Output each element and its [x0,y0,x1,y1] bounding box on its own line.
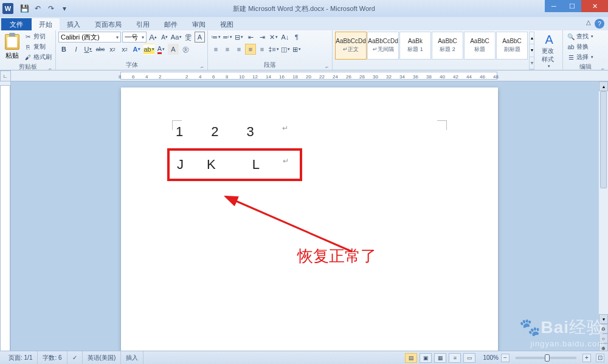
maximize-button[interactable]: ☐ [563,0,581,12]
save-icon[interactable]: 💾 [18,2,30,15]
styles-scroll-up-icon[interactable]: ▴ [530,32,534,44]
select-button[interactable]: ☰选择▾ [565,52,606,62]
style-item[interactable]: AaBbC副标题 [496,32,528,60]
group-paragraph: ≔ ≕ ⊟ ⇤ ⇥ ✕ A↓ ¶ ≡ ≡ ≡ ≡ ≡ ‡≡ ◫ ⊞ 段落 [208,30,333,70]
shading-button[interactable]: ◫ [280,44,291,55]
cut-button[interactable]: ✂剪切 [22,32,53,41]
phonetic-guide-button[interactable]: 雯 [183,32,193,43]
change-styles-button[interactable]: A 更改样式 ▾ [538,32,560,70]
align-right-button[interactable]: ≡ [233,44,244,55]
zoom-out-button[interactable]: − [501,354,510,362]
font-family-combo[interactable]: Calibri (西文) [58,32,121,43]
show-marks-button[interactable]: ¶ [291,32,302,43]
view-full-screen-button[interactable]: ▣ [420,353,432,363]
scroll-down-icon[interactable]: ▾ [599,314,608,324]
status-language[interactable]: 英语(美国) [83,351,122,364]
char-border-button[interactable]: A [195,32,205,43]
style-item[interactable]: AaBk标题 1 [399,32,431,60]
view-outline-button[interactable]: ≡ [449,353,461,363]
qat-customize-icon[interactable]: ▾ [58,2,71,15]
close-button[interactable]: ✕ [581,0,608,12]
status-word-count[interactable]: 字数: 6 [38,351,67,364]
bold-button[interactable]: B [58,44,69,55]
style-item[interactable]: AaBbCcDd↵无间隔 [367,32,399,60]
status-proofing-icon[interactable]: ✓ [67,351,83,364]
copy-icon: ⎘ [24,43,32,51]
line-spacing-button[interactable]: ‡≡ [268,44,279,55]
sort-button[interactable]: A↓ [280,32,291,43]
browse-object-icon[interactable]: ○ [599,334,608,343]
shrink-font-button[interactable]: A▾ [159,32,170,43]
tab-references[interactable]: 引用 [129,18,157,30]
page-scroll[interactable]: 1 2 3 ↵ J K L ↵ 恢 [11,81,608,353]
margin-marker-tr [437,120,447,130]
text-effects-button[interactable]: A [131,44,142,55]
align-center-button[interactable]: ≡ [222,44,233,55]
subscript-button[interactable]: x2 [107,44,118,55]
group-editing: 🔍查找▾ ab替换 ☰选择▾ 编辑 [563,30,608,70]
strikethrough-button[interactable]: abc [95,44,106,55]
enclose-char-button[interactable]: ㊛ [180,44,191,55]
underline-button[interactable]: U [83,44,94,55]
replace-button[interactable]: ab替换 [565,42,606,52]
zoom-slider[interactable] [516,357,576,359]
increase-indent-button[interactable]: ⇥ [257,32,268,43]
status-page[interactable]: 页面: 1/1 [4,351,38,364]
change-case-button[interactable]: Aa [171,32,182,43]
numbering-button[interactable]: ≕ [222,32,233,43]
style-item[interactable]: AaBbCcDd↵正文 [335,32,367,60]
minimize-button[interactable]: ─ [545,0,563,12]
scroll-thumb[interactable] [600,91,607,188]
window-controls: ─ ☐ ✕ [545,0,608,12]
tab-layout[interactable]: 页面布局 [88,18,129,30]
tab-review[interactable]: 审阅 [185,18,213,30]
scroll-up-icon[interactable]: ▴ [599,81,608,91]
view-web-layout-button[interactable]: ▦ [434,353,446,363]
align-justify-button[interactable]: ≡ [245,44,256,55]
italic-button[interactable]: I [71,44,81,55]
help-icon[interactable]: ? [595,19,604,29]
char-shading-button[interactable]: A [168,44,179,55]
tab-file[interactable]: 文件 [1,18,32,30]
styles-expand-icon[interactable]: ▿ [530,57,534,69]
paste-button[interactable]: 粘贴 [2,32,21,62]
view-print-layout-button[interactable]: ▤ [405,353,417,363]
tab-mailings[interactable]: 邮件 [157,18,185,30]
styles-scroll-down-icon[interactable]: ▾ [530,44,534,57]
align-left-button[interactable]: ≡ [210,44,221,55]
document-page[interactable]: 1 2 3 ↵ J K L ↵ 恢 [121,88,498,353]
font-size-combo[interactable]: 一号 [122,32,147,43]
status-insert-mode[interactable]: 插入 [121,351,143,364]
asian-layout-button[interactable]: ✕ [268,32,279,43]
format-painter-button[interactable]: 🖌格式刷 [22,52,53,62]
tab-home[interactable]: 开始 [32,18,60,30]
tab-view[interactable]: 视图 [213,18,241,30]
find-button[interactable]: 🔍查找▾ [565,32,606,41]
copy-button[interactable]: ⎘复制 [22,42,53,52]
redo-icon[interactable]: ↷ [45,2,57,15]
zoom-fit-button[interactable]: ⊡ [596,354,604,362]
bullets-button[interactable]: ≔ [210,32,221,43]
view-draft-button[interactable]: ▭ [463,353,475,363]
superscript-button[interactable]: x2 [119,44,130,55]
zoom-in-button[interactable]: + [582,354,591,362]
font-color-button[interactable]: A [156,44,167,55]
prev-page-icon[interactable]: ⊖ [599,324,608,334]
zoom-slider-thumb[interactable] [545,354,550,362]
decrease-indent-button[interactable]: ⇤ [245,32,256,43]
undo-icon[interactable]: ↶ [32,2,44,15]
align-distribute-button[interactable]: ≡ [257,44,268,55]
multilevel-list-button[interactable]: ⊟ [233,32,244,43]
horizontal-ruler[interactable]: 8642246810121416182022242628303234363840… [11,70,608,81]
vertical-scrollbar[interactable]: ▴ ▾ ⊖ ○ ⊕ [598,81,608,353]
style-item[interactable]: AaBbC标题 2 [432,32,463,60]
zoom-level[interactable]: 100% [483,354,499,361]
highlight-button[interactable]: ab [143,44,154,55]
tab-insert[interactable]: 插入 [60,18,88,30]
grow-font-button[interactable]: A▴ [148,32,158,43]
group-clipboard: 粘贴 ✂剪切 ⎘复制 🖌格式刷 剪贴板 [0,30,56,70]
borders-button[interactable]: ⊞ [291,44,302,55]
tab-selector[interactable]: ∟ [0,70,11,81]
style-item[interactable]: AaBbC标题 [464,32,496,60]
minimize-ribbon-icon[interactable]: △ [586,19,591,26]
